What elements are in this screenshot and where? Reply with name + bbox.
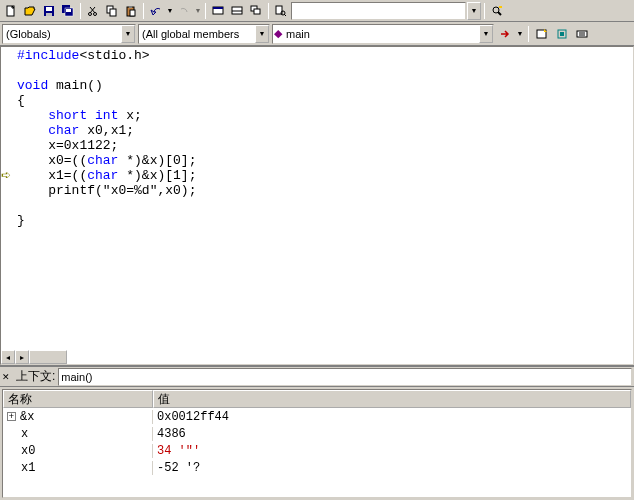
toolbar-separator [80,3,81,19]
watch-var-value: 0x0012ff44 [153,410,631,424]
cut-button[interactable] [84,2,102,20]
svg-rect-18 [213,7,223,9]
svg-rect-22 [254,9,260,14]
find-input[interactable] [291,2,466,20]
svg-point-11 [94,12,97,15]
scope-arrow[interactable]: ▼ [121,25,135,43]
svg-marker-30 [544,29,547,32]
toolbar-separator [143,3,144,19]
svg-rect-4 [46,13,52,16]
watch-row[interactable]: x034 '"' [3,442,631,459]
main-toolbar: ▼ ▼ ▼ [0,0,634,22]
code-content[interactable]: #include<stdio.h> void main(){ short int… [15,47,198,364]
svg-rect-33 [577,31,587,37]
watch-panel: ✕ 上下文: 名称 值 +&x0x0012ff44x4386x034 '"'x1… [0,365,634,500]
editor-tab[interactable] [29,350,67,364]
watch-table: 名称 值 +&x0x0012ff44x4386x034 '"'x1-52 '? [2,389,632,498]
find-dropdown[interactable]: ▼ [467,2,481,20]
wizard-bar: (Globals) ▼ (All global members ▼ ◆ main… [0,22,634,46]
wizard-btn-3[interactable] [573,25,591,43]
copy-button[interactable] [103,2,121,20]
watch-var-value: -52 '? [153,461,631,475]
toolbar-separator [484,3,485,19]
window-list-button[interactable] [247,2,265,20]
svg-rect-3 [46,7,52,11]
open-file-button[interactable] [21,2,39,20]
watch-table-header: 名称 值 [3,390,631,408]
svg-line-25 [284,14,286,16]
members-arrow[interactable]: ▼ [255,25,269,43]
toolbar-separator [205,3,206,19]
watch-row[interactable]: x4386 [3,425,631,442]
undo-dropdown[interactable]: ▼ [166,7,174,14]
svg-line-27 [498,12,501,15]
svg-rect-7 [66,9,71,12]
svg-rect-15 [129,6,132,8]
editor-tab-strip: ◂ ▸ [1,350,67,364]
close-panel-button[interactable]: ✕ [2,372,12,382]
context-input[interactable] [58,368,632,386]
output-button[interactable] [228,2,246,20]
expand-toggle[interactable]: + [7,412,16,421]
find-button[interactable] [488,2,506,20]
watch-row[interactable]: x1-52 '? [3,459,631,476]
scroll-right-button[interactable]: ▸ [15,350,29,364]
goto-dropdown[interactable]: ▼ [516,30,524,37]
editor-gutter: ➪ [1,47,15,364]
col-name-header[interactable]: 名称 [3,390,153,408]
watch-var-name: x1 [21,461,35,475]
watch-var-value: 34 '"' [153,444,631,458]
function-text: main [283,25,479,43]
watch-row[interactable]: +&x0x0012ff44 [3,408,631,425]
wizard-btn-2[interactable] [553,25,571,43]
watch-var-value: 4386 [153,427,631,441]
toolbar-separator [268,3,269,19]
wizard-btn-1[interactable] [533,25,551,43]
svg-rect-32 [560,32,564,36]
scope-combo[interactable]: (Globals) ▼ [2,24,136,44]
workspace-button[interactable] [209,2,227,20]
execution-pointer-icon: ➪ [1,168,11,183]
goto-button[interactable] [496,25,514,43]
svg-point-10 [89,12,92,15]
undo-button[interactable] [147,2,165,20]
scroll-left-button[interactable]: ◂ [1,350,15,364]
code-editor[interactable]: ➪ #include<stdio.h> void main(){ short i… [0,46,634,365]
members-combo[interactable]: (All global members ▼ [138,24,270,44]
context-label: 上下文: [16,368,55,385]
watch-var-name: &x [20,410,34,424]
svg-marker-1 [25,7,35,15]
function-bullet-icon: ◆ [273,25,283,43]
svg-rect-13 [110,9,116,16]
watch-var-name: x [21,427,28,441]
save-all-button[interactable] [59,2,77,20]
function-combo[interactable]: ◆ main ▼ [272,24,494,44]
function-arrow[interactable]: ▼ [479,25,493,43]
watch-header: ✕ 上下文: [0,367,634,387]
svg-rect-16 [130,10,135,16]
members-text: (All global members [139,25,255,43]
watch-var-name: x0 [21,444,35,458]
col-value-header[interactable]: 值 [153,390,631,408]
find-in-files-button[interactable] [272,2,290,20]
scope-text: (Globals) [3,25,121,43]
redo-button[interactable] [175,2,193,20]
save-button[interactable] [40,2,58,20]
paste-button[interactable] [122,2,140,20]
new-file-button[interactable] [2,2,20,20]
toolbar-separator [528,26,529,42]
redo-dropdown[interactable]: ▼ [194,7,202,14]
